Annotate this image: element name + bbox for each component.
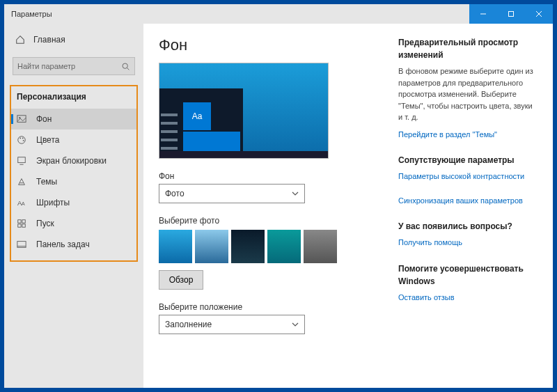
fit-label: Выберите положение (159, 302, 387, 312)
picture-icon (17, 114, 26, 124)
search-input[interactable]: Найти параметр (13, 57, 135, 75)
questions-heading: У вас появились вопросы? (398, 220, 538, 233)
window-title: Параметры (4, 10, 52, 18)
photo-thumb[interactable] (304, 230, 337, 263)
nav-section-highlight: Персонализация Фон Цвета Экран блокировк… (10, 85, 138, 262)
photo-thumb[interactable] (195, 230, 228, 263)
start-icon (17, 219, 26, 228)
get-help-link[interactable]: Получить помощь (398, 237, 538, 249)
titlebar: Параметры (4, 4, 553, 24)
nav-label: Темы (36, 177, 57, 187)
right-column: Предварительный просмотр изменений В фон… (398, 36, 538, 375)
svg-point-4 (123, 63, 127, 68)
page-heading: Фон (159, 36, 387, 54)
nav-label: Пуск (36, 219, 54, 228)
photo-thumbnails (159, 230, 387, 263)
svg-rect-18 (22, 220, 25, 223)
settings-window: Параметры Главная Найти параметр Персона… (4, 4, 553, 388)
preview-wide-tile (183, 132, 240, 151)
background-value: Фото (165, 189, 185, 198)
nav-label: Шрифты (36, 198, 70, 207)
central-column: Фон Aa Фон Фото Выберите фото (159, 36, 398, 375)
search-icon (121, 62, 130, 71)
svg-rect-1 (509, 12, 514, 17)
nav-item-fonts[interactable]: AA Шрифты (11, 192, 136, 213)
high-contrast-link[interactable]: Параметры высокой контрастности (398, 171, 538, 182)
svg-point-10 (22, 138, 24, 139)
themes-icon (17, 177, 26, 187)
nav-label: Фон (36, 114, 52, 124)
nav-item-background[interactable]: Фон (11, 109, 136, 130)
maximize-button[interactable] (497, 4, 525, 24)
related-block: Сопутствующие параметры Параметры высоко… (398, 154, 538, 206)
home-label: Главная (33, 35, 65, 45)
background-label: Фон (159, 171, 387, 181)
feedback-link[interactable]: Оставить отзыв (398, 292, 538, 304)
questions-block: У вас появились вопросы? Получить помощь (398, 220, 538, 249)
nav-item-colors[interactable]: Цвета (11, 130, 136, 150)
improve-block: Помогите усовершенствовать Windows Остав… (398, 262, 538, 304)
fit-dropdown[interactable]: Заполнение (159, 315, 305, 334)
chevron-down-icon (292, 321, 299, 328)
photo-thumb[interactable] (231, 230, 265, 263)
preview-heading: Предварительный просмотр изменений (398, 36, 538, 61)
nav-label: Цвета (36, 135, 59, 145)
desktop-preview: Aa (159, 63, 329, 159)
close-button[interactable] (525, 4, 553, 24)
nav-item-themes[interactable]: Темы (11, 171, 136, 192)
preview-changes-block: Предварительный просмотр изменений В фон… (398, 36, 538, 140)
preview-start-list (161, 113, 182, 150)
svg-point-11 (23, 140, 24, 141)
photo-thumb[interactable] (267, 230, 301, 263)
nav-item-lockscreen[interactable]: Экран блокировки (11, 150, 136, 171)
palette-icon (17, 135, 26, 145)
nav-label: Панель задач (36, 240, 90, 249)
choose-photo-label: Выберите фото (159, 216, 387, 226)
fit-value: Заполнение (165, 320, 212, 329)
home-link[interactable]: Главная (4, 31, 143, 49)
related-heading: Сопутствующие параметры (398, 154, 538, 166)
active-indicator (11, 114, 13, 124)
nav-label: Экран блокировки (36, 156, 107, 166)
section-title: Персонализация (11, 91, 136, 109)
search-placeholder: Найти параметр (17, 62, 75, 70)
improve-heading: Помогите усовершенствовать Windows (398, 262, 538, 288)
taskbar-icon (17, 240, 26, 249)
nav-item-start[interactable]: Пуск (11, 213, 136, 234)
sync-settings-link[interactable]: Синхронизация ваших параметров (398, 195, 538, 207)
svg-rect-17 (18, 220, 21, 223)
preview-text: В фоновом режиме выберите один из параме… (398, 65, 538, 123)
svg-point-9 (19, 138, 21, 139)
preview-taskbar (159, 151, 328, 158)
photo-thumb[interactable] (159, 230, 192, 263)
main-content: Фон Aa Фон Фото Выберите фото (143, 24, 553, 388)
themes-link[interactable]: Перейдите в раздел "Темы" (398, 129, 538, 141)
svg-rect-20 (22, 224, 25, 227)
minimize-button[interactable] (469, 4, 497, 24)
svg-text:A: A (22, 201, 25, 206)
chevron-down-icon (292, 190, 299, 197)
svg-rect-12 (18, 157, 26, 163)
body: Главная Найти параметр Персонализация Фо… (4, 24, 553, 388)
svg-point-8 (18, 136, 26, 144)
sidebar: Главная Найти параметр Персонализация Фо… (4, 24, 143, 388)
nav-item-taskbar[interactable]: Панель задач (11, 234, 136, 255)
fonts-icon: AA (17, 198, 26, 207)
svg-line-5 (127, 68, 130, 70)
browse-button[interactable]: Обзор (159, 270, 203, 290)
svg-rect-19 (18, 224, 21, 227)
lockscreen-icon (17, 156, 26, 166)
home-icon (15, 35, 25, 45)
preview-text-tile: Aa (183, 102, 211, 130)
window-controls (469, 4, 553, 24)
background-dropdown[interactable]: Фото (159, 184, 305, 203)
